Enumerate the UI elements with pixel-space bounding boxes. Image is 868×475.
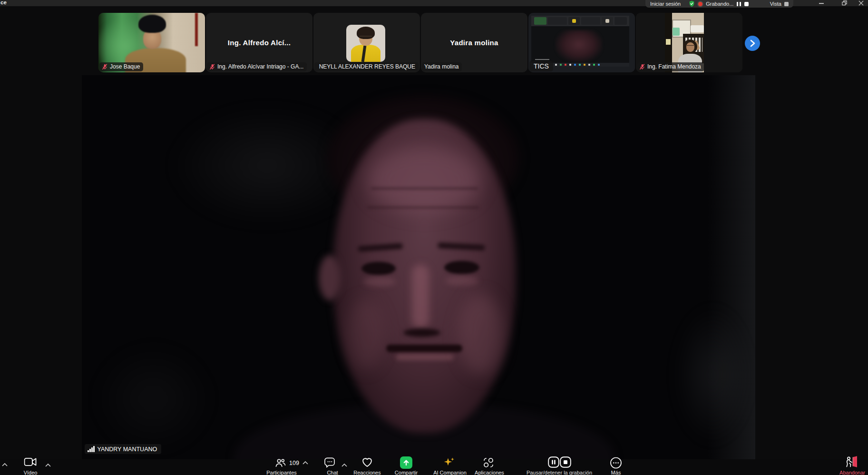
participant-name: Ing. Alfredo Alcívar Intriago - GA... [217,63,303,70]
face-shading [445,276,478,286]
face-shading [319,255,341,300]
ai-companion-button[interactable] [443,456,455,471]
recording-pause-button[interactable] [737,2,741,6]
video-texture [195,13,198,46]
chat-label: Chat [327,470,338,475]
restore-icon [842,0,847,6]
face-shading [371,188,478,189]
recording-indicator-icon [698,2,702,6]
mic-muted-icon [639,64,645,70]
ai-sparkle-icon [443,456,455,469]
share-screen-button[interactable] [400,456,412,469]
leave-meeting-label: Abandonar [839,470,865,475]
chat-options-button[interactable] [341,460,347,469]
pause-recording-button[interactable] [548,456,559,470]
participants-count: 109 [289,460,299,466]
stop-recording-icon [560,456,571,468]
participants-label: Participantes [266,470,297,475]
shared-name-tag [535,59,549,60]
face-shading [403,328,440,337]
face-shading [346,299,384,370]
pause-recording-icon [548,456,559,468]
mic-muted-icon [317,64,317,70]
video-texture [674,304,751,446]
apps-button[interactable] [483,457,494,470]
leave-meeting-button[interactable] [845,455,858,470]
minimize-button[interactable] [814,0,829,6]
participant-tile-tics[interactable]: TICS [528,13,635,72]
audio-options-button[interactable] [2,460,8,468]
stop-recording-button[interactable] [560,456,571,470]
video-button[interactable] [24,457,37,469]
close-button[interactable] [854,0,868,6]
close-icon [858,0,864,6]
taskbar-icon [569,64,571,66]
mini-tile [614,17,627,25]
apps-label: Aplicaciones [475,470,504,475]
chevron-right-icon [749,40,756,47]
taskbar-icon [593,64,595,66]
person-cap [138,15,166,33]
ai-companion-label: AI Companion [433,470,467,475]
taskbar-icon [560,64,562,66]
maximize-button[interactable] [837,0,851,6]
chevron-up-icon[interactable] [302,461,308,465]
face-shading [367,147,481,213]
reactions-label: Reacciones [353,470,380,475]
more-label: Más [611,470,621,475]
taskbar-icon [555,64,557,66]
next-participants-page-button[interactable] [745,36,760,51]
active-speaker-video: YANDRY MANTUANO [82,75,755,459]
mic-muted-icon [102,64,108,70]
shared-speaker-video [555,30,603,62]
meeting-topbar-panel: Iniciar sesión Grabando... Vista [645,0,793,8]
leave-door-icon [845,455,858,468]
recording-status-text: Grabando... [706,1,733,7]
video-options-button[interactable] [45,460,51,469]
mini-tile [602,17,613,25]
participant-tile-jose-baque[interactable]: Jose Baque [98,13,205,72]
gallery-view-icon [784,2,789,6]
mini-tile [534,17,546,25]
participant-name: Ing. Fatima Mendoza [647,63,701,70]
view-control[interactable]: Vista [770,1,789,7]
reactions-button[interactable] [361,456,373,469]
chevron-up-icon [2,463,8,466]
sign-in-button[interactable]: Iniciar sesión [650,1,681,7]
participant-tile-yadira[interactable]: Yadira molina Yadira molina [421,13,527,72]
chevron-up-icon [341,464,347,467]
participant-name: NEYLL ALEXANDER REYES BAQUE [319,63,415,70]
participant-tile-alfredo[interactable]: Ing. Alfredo Alcí... Ing. Alfredo Alcíva… [206,13,312,72]
person-glasses [687,45,694,47]
participants-icon [275,458,286,468]
participant-name: TICS [534,62,549,70]
participant-name: Yadira molina [424,63,458,70]
security-shield-icon[interactable] [689,0,695,7]
participant-tile-fatima[interactable]: Ing. Fatima Mendoza [636,13,742,72]
mini-tile [581,17,600,25]
avatar-glasses [360,36,372,39]
taskbar-icon [588,64,590,66]
taskbar-icon [579,64,581,66]
more-button[interactable] [610,457,622,471]
participant-name-tag: Jose Baque [99,62,143,71]
heart-icon [361,456,373,467]
window-title-fragment: ce [0,0,7,5]
chat-button[interactable] [324,457,335,470]
ac-unit [691,25,704,32]
face-shading [458,294,504,375]
active-speaker-name: YANDRY MANTUANO [98,446,157,453]
shelf-yellow-item [666,39,671,45]
video-texture [91,342,215,456]
mic-muted-icon [209,64,215,70]
zoom-meeting-window: ce Iniciar sesión Grabando... Vista [0,0,868,475]
participant-tile-neyll[interactable]: NEYLL ALEXANDER REYES BAQUE [313,13,420,72]
recording-stop-button[interactable] [744,2,749,6]
share-screen-label: Compartir [395,470,418,475]
participants-button[interactable]: 109 [275,458,308,468]
video-label: Vídeo [24,470,38,475]
face-shading [363,277,396,287]
shelf-green-item [673,28,680,36]
mini-tile [548,17,567,25]
taskbar-icon [574,64,576,66]
